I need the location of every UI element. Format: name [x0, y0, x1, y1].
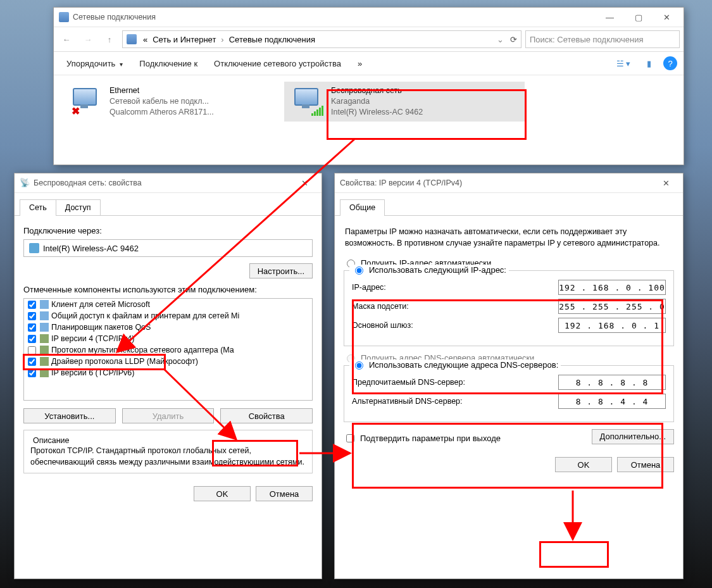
network-icon — [127, 34, 137, 44]
components-label: Отмеченные компоненты используются этим … — [23, 285, 313, 294]
gateway-field[interactable]: 192 . 168 . 0 . 1 — [558, 318, 666, 333]
radio-use-dns[interactable]: Использовать следующие адреса DNS-сервер… — [349, 360, 561, 370]
chevron-right-icon: › — [218, 35, 226, 44]
refresh-icon[interactable]: ⟳ — [510, 35, 517, 44]
connect-via-label: Подключение через: — [23, 226, 313, 235]
nav-back-icon[interactable]: ← — [58, 30, 75, 48]
list-item: Протокол мультиплексора сетевого адаптер… — [24, 344, 312, 356]
breadcrumb[interactable]: Сеть и Интернет — [150, 35, 218, 44]
nic-icon — [29, 243, 39, 253]
adapter-icon: 📡 — [20, 178, 30, 188]
close-button[interactable]: ✕ — [652, 174, 680, 192]
ok-button[interactable]: OK — [555, 457, 612, 472]
component-icon — [40, 357, 49, 366]
explain-text: Параметры IP можно назначать автоматичес… — [345, 226, 673, 249]
adapter-properties-dialog: 📡 Беспроводная сеть: свойства ✕ Сеть Дос… — [14, 173, 322, 579]
list-item: Клиент для сетей Microsoft — [24, 299, 312, 310]
description-text: Протокол TCP/IP. Стандартный протокол гл… — [30, 445, 306, 468]
nav-fwd-icon[interactable]: → — [79, 30, 97, 48]
list-item-ipv4: IP версии 4 (TCP/IPv4) — [24, 333, 312, 344]
minimize-button[interactable]: — — [596, 8, 624, 26]
close-button[interactable]: ✕ — [653, 8, 681, 26]
dns-group: Использовать следующие адреса DNS-сервер… — [344, 365, 674, 422]
chevron-down-icon[interactable]: ⌄ — [494, 35, 506, 44]
breadcrumb[interactable]: Сетевые подключения — [227, 35, 318, 44]
subnet-mask-field[interactable]: 255 . 255 . 255 . 0 — [558, 299, 666, 314]
list-item: Общий доступ к файлам и принтерам для се… — [24, 310, 312, 322]
titlebar[interactable]: Сетевые подключения — ▢ ✕ — [54, 8, 684, 27]
install-button[interactable]: Установить... — [23, 408, 116, 423]
connect-to-menu[interactable]: Подключение к — [133, 56, 204, 71]
component-icon — [40, 346, 49, 354]
window-icon — [59, 12, 69, 22]
tab-general[interactable]: Общие — [340, 199, 385, 215]
maximize-button[interactable]: ▢ — [624, 8, 653, 26]
titlebar[interactable]: 📡 Беспроводная сеть: свойства ✕ — [15, 173, 322, 193]
cancel-button[interactable]: Отмена — [256, 486, 313, 501]
component-icon — [40, 334, 49, 343]
ethernet-icon: ✖ — [69, 87, 103, 116]
ok-button[interactable]: OK — [194, 486, 251, 501]
cancel-button[interactable]: Отмена — [617, 457, 674, 472]
list-item: IP версии 6 (TCP/IPv6) — [24, 367, 312, 378]
disable-device-button[interactable]: Отключение сетевого устройства — [208, 56, 347, 71]
tab-access[interactable]: Доступ — [56, 199, 101, 215]
help-icon[interactable]: ? — [663, 56, 677, 70]
validate-checkbox[interactable]: Подтвердить параметры при выходе — [344, 432, 501, 444]
description-group: Описание Протокол TCP/IP. Стандартный пр… — [23, 430, 313, 473]
advanced-button[interactable]: Дополнительно... — [592, 429, 674, 444]
list-item: Планировщик пакетов QoS — [24, 322, 312, 333]
view-options-icon[interactable]: ☱ ▾ — [613, 55, 634, 72]
configure-button[interactable]: Настроить... — [249, 263, 313, 278]
tab-network[interactable]: Сеть — [20, 199, 56, 215]
organize-menu[interactable]: Упорядочить — [60, 56, 129, 71]
connection-wireless[interactable]: Беспроводная сеть Karaganda Intel(R) Wir… — [284, 82, 525, 122]
adapter-field: Intel(R) Wireless-AC 9462 — [23, 239, 313, 257]
address-bar[interactable]: « Сеть и Интернет › Сетевые подключения … — [122, 30, 522, 48]
search-input[interactable]: Поиск: Сетевые подключения — [525, 30, 680, 48]
components-list[interactable]: Клиент для сетей Microsoft Общий доступ … — [23, 298, 313, 401]
remove-button: Удалить — [122, 408, 215, 423]
preview-pane-icon[interactable]: ▮ — [638, 55, 659, 72]
component-icon — [40, 300, 49, 309]
dns-alt-field[interactable]: 8 . 8 . 4 . 4 — [558, 394, 666, 409]
window-title: Сетевые подключения — [73, 13, 596, 22]
radio-use-ip[interactable]: Использовать следующий IP-адрес: — [349, 265, 509, 275]
more-commands[interactable]: » — [351, 56, 368, 71]
component-icon — [40, 311, 49, 320]
network-connections-window: Сетевые подключения — ▢ ✕ ← → ↑ « Сеть и… — [53, 7, 684, 165]
titlebar[interactable]: Свойства: IP версии 4 (TCP/IPv4) ✕ — [335, 173, 683, 193]
wireless-icon — [290, 87, 325, 116]
component-icon — [40, 368, 49, 377]
list-item: Драйвер протокола LLDP (Майкрософт) — [24, 356, 312, 367]
dns-primary-field[interactable]: 8 . 8 . 8 . 8 — [558, 375, 666, 390]
close-button[interactable]: ✕ — [290, 174, 319, 192]
ip-address-field[interactable]: 192 . 168 . 0 . 100 — [558, 280, 666, 295]
static-ip-group: Использовать следующий IP-адрес: IP-адре… — [344, 270, 674, 346]
nav-up-icon[interactable]: ↑ — [101, 30, 118, 48]
ipv4-properties-dialog: Свойства: IP версии 4 (TCP/IPv4) ✕ Общие… — [334, 173, 684, 579]
component-icon — [40, 323, 49, 332]
connection-ethernet[interactable]: ✖ Ethernet Сетевой кабель не подкл... Qu… — [63, 82, 272, 122]
properties-button[interactable]: Свойства — [220, 408, 313, 423]
